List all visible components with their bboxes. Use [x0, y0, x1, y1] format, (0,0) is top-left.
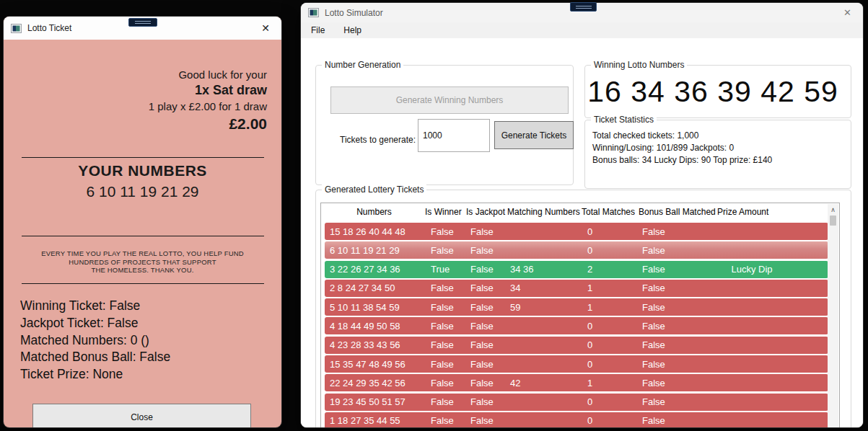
menu-help[interactable]: Help: [339, 24, 366, 37]
cell-is-jackpot: False: [465, 396, 506, 407]
cell-total-matches: 0: [580, 359, 636, 370]
tickets-to-generate-input[interactable]: [418, 119, 490, 152]
cell-total-matches: 0: [580, 321, 636, 332]
cell-total-matches: 1: [580, 283, 636, 293]
cell-bonus-ball-matched: False: [636, 396, 716, 407]
lotto-ticket-window: Lotto Ticket ✕ Good luck for your 1x Sat…: [4, 17, 281, 427]
scrollbar-thumb[interactable]: [830, 216, 836, 226]
close-icon[interactable]: ✕: [841, 6, 854, 19]
cell-total-matches: 2: [580, 264, 636, 275]
close-icon[interactable]: ✕: [258, 21, 273, 35]
column-header-numbers[interactable]: Numbers: [325, 207, 424, 217]
table-row[interactable]: 6 10 11 19 21 29FalseFalse0False: [325, 241, 828, 259]
cell-numbers: 19 23 45 50 51 57: [325, 396, 424, 407]
cell-bonus-ball-matched: False: [636, 264, 716, 275]
table-row[interactable]: 1 18 27 35 44 55FalseFalse0False: [325, 412, 828, 427]
cell-is-jackpot: False: [465, 321, 506, 332]
cell-total-matches: 0: [580, 245, 636, 256]
tickets-to-generate-label: Tickets to generate:: [330, 135, 416, 145]
cell-bonus-ball-matched: False: [636, 415, 716, 426]
cell-numbers: 3 22 26 27 34 36: [325, 264, 424, 275]
column-header-bonus-ball-matched[interactable]: Bonus Ball Matched: [636, 207, 716, 217]
cell-bonus-ball-matched: False: [636, 359, 716, 370]
cell-matching-numbers: 34 36: [506, 264, 580, 275]
your-numbers-title: YOUR NUMBERS: [4, 162, 281, 179]
cell-bonus-ball-matched: False: [636, 378, 716, 388]
cell-is-jackpot: False: [465, 378, 506, 388]
column-header-is-jackpot[interactable]: Is Jackpot: [465, 207, 506, 217]
cell-is-winner: False: [424, 226, 465, 237]
vertical-scrollbar[interactable]: ∧: [828, 204, 838, 427]
table-row[interactable]: 4 18 44 49 50 58FalseFalse0False: [325, 317, 828, 334]
cell-is-jackpot: False: [465, 264, 506, 275]
cell-is-jackpot: False: [465, 283, 506, 293]
menu-file[interactable]: File: [307, 24, 329, 37]
cell-numbers: 4 23 28 33 43 56: [325, 339, 424, 350]
table-row[interactable]: 15 18 26 40 44 48FalseFalse0False: [325, 223, 828, 240]
cell-bonus-ball-matched: False: [636, 283, 716, 293]
table-row[interactable]: 2 8 24 27 34 50FalseFalse341False: [325, 280, 828, 297]
cell-is-winner: False: [424, 283, 465, 293]
jackpot-ticket-text: Jackpot Ticket: False: [20, 315, 170, 332]
matched-numbers-text: Matched Numbers: 0 (): [20, 332, 170, 350]
table-row[interactable]: 15 35 47 48 49 56FalseFalse0False: [325, 355, 828, 373]
generate-winning-numbers-button[interactable]: Generate Winning Numbers: [330, 86, 569, 114]
cell-numbers: 15 35 47 48 49 56: [325, 359, 424, 370]
cell-is-winner: False: [424, 359, 465, 370]
table-row[interactable]: 4 23 28 33 43 56FalseFalse0False: [325, 337, 828, 354]
column-header-prize-amount[interactable]: Prize Amount: [716, 207, 788, 217]
ticket-results: Winning Ticket: False Jackpot Ticket: Fa…: [20, 298, 170, 383]
column-header-total-matches[interactable]: Total Matches: [580, 207, 636, 217]
charity-line: THE HOMELESS. THANK YOU.: [4, 266, 281, 275]
winning-lotto-numbers-value: 16 34 36 39 42 59: [585, 66, 851, 117]
cell-is-winner: False: [424, 302, 465, 313]
winning-lotto-numbers-group: Winning Lotto Numbers 16 34 36 39 42 59: [584, 65, 851, 118]
cell-matching-numbers: 59: [506, 302, 580, 313]
table-row[interactable]: 5 10 11 38 54 59FalseFalse591False: [325, 298, 828, 316]
divider: [22, 283, 264, 284]
column-header-is-winner[interactable]: Is Winner: [424, 207, 465, 217]
cell-is-winner: False: [424, 396, 465, 407]
ticket-statistics-text: Total checked tickets: 1,000 Winning/Los…: [592, 130, 772, 166]
charity-line: EVERY TIME YOU PLAY THE REAL LOTTO, YOU …: [4, 249, 281, 258]
winning-ticket-text: Winning Ticket: False: [20, 298, 170, 315]
number-generation-group: Number Generation Generate Winning Numbe…: [315, 65, 574, 185]
tickets-table: Numbers Is Winner Is Jackpot Matching Nu…: [320, 203, 840, 427]
cell-is-winner: False: [424, 245, 465, 256]
cell-is-winner: False: [424, 378, 465, 388]
cell-bonus-ball-matched: False: [636, 321, 716, 332]
cell-total-matches: 0: [580, 415, 636, 426]
client-area: Number Generation Generate Winning Numbe…: [301, 38, 863, 427]
ticket-header: Good luck for your 1x Sat draw 1 play x …: [149, 68, 267, 133]
cell-is-jackpot: False: [465, 415, 506, 426]
close-button[interactable]: Close: [32, 404, 251, 427]
winning-losing-text: Winning/Losing: 101/899 Jackpots: 0: [592, 142, 772, 154]
number-generation-label: Number Generation: [322, 60, 403, 70]
charity-message: EVERY TIME YOU PLAY THE REAL LOTTO, YOU …: [4, 249, 281, 275]
ticket-body: Good luck for your 1x Sat draw 1 play x …: [4, 40, 281, 427]
cell-is-jackpot: False: [465, 302, 506, 313]
table-row[interactable]: 19 23 45 50 51 57FalseFalse0False: [325, 394, 828, 411]
cell-numbers: 5 10 11 38 54 59: [325, 302, 424, 313]
divider: [22, 236, 264, 236]
cell-total-matches: 0: [580, 226, 636, 237]
cell-is-winner: False: [424, 339, 465, 350]
cell-bonus-ball-matched: False: [636, 226, 716, 237]
cell-total-matches: 1: [580, 378, 636, 388]
app-icon: [11, 24, 22, 33]
generate-tickets-button[interactable]: Generate Tickets: [494, 121, 574, 149]
cell-is-winner: False: [424, 321, 465, 332]
table-row[interactable]: 3 22 26 27 34 36TrueFalse34 362FalseLuck…: [325, 261, 828, 278]
lotto-simulator-window: Lotto Simulator ✕ File Help Number Gener…: [301, 3, 863, 427]
matched-bonus-text: Matched Bonus Ball: False: [20, 349, 170, 366]
ticket-prize-text: Ticket Prize: None: [20, 366, 170, 383]
column-header-matching-numbers[interactable]: Matching Numbers: [506, 207, 580, 217]
scroll-up-icon[interactable]: ∧: [830, 204, 836, 216]
cell-is-winner: True: [424, 264, 465, 275]
good-luck-text: Good luck for your: [149, 68, 267, 81]
table-row[interactable]: 22 24 29 35 42 56FalseFalse421False: [325, 374, 828, 391]
cell-total-matches: 0: [580, 339, 636, 350]
total-checked-text: Total checked tickets: 1,000: [592, 130, 772, 142]
snap-indicator: [128, 18, 157, 27]
cell-is-jackpot: False: [465, 359, 506, 370]
